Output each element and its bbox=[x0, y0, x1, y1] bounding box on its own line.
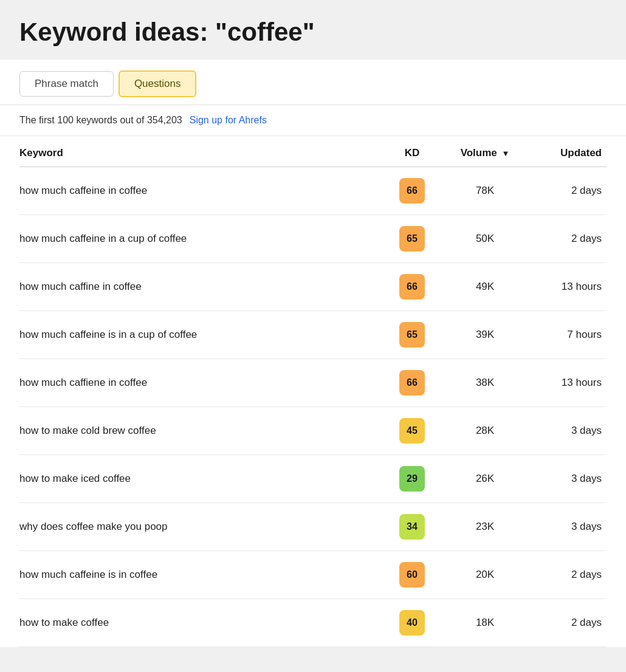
keyword-cell: how much caffeine is in a cup of coffee bbox=[19, 327, 382, 342]
kd-badge: 65 bbox=[399, 226, 425, 252]
page-title: Keyword ideas: "coffee" bbox=[19, 17, 607, 47]
kd-badge: 66 bbox=[399, 178, 425, 204]
kd-badge: 66 bbox=[399, 274, 425, 300]
volume-cell: 78K bbox=[442, 185, 528, 197]
table-row: why does coffee make you poop 34 23K 3 d… bbox=[19, 503, 607, 551]
kd-cell: 65 bbox=[382, 226, 442, 252]
table-header: Keyword KD Volume ▼ Updated bbox=[19, 136, 607, 167]
table-row: how much caffeine is in coffee 60 20K 2 … bbox=[19, 551, 607, 599]
kd-badge: 65 bbox=[399, 322, 425, 348]
keyword-cell: how to make iced coffee bbox=[19, 471, 382, 486]
updated-cell: 3 days bbox=[528, 521, 607, 533]
col-header-kd: KD bbox=[382, 147, 442, 159]
kd-badge: 45 bbox=[399, 418, 425, 444]
volume-cell: 28K bbox=[442, 425, 528, 437]
updated-cell: 3 days bbox=[528, 473, 607, 485]
signup-link[interactable]: Sign up for Ahrefs bbox=[190, 115, 267, 126]
sort-arrow-icon: ▼ bbox=[502, 149, 510, 158]
table-row: how to make cold brew coffee 45 28K 3 da… bbox=[19, 407, 607, 455]
table-row: how much caffeine in coffee 66 78K 2 day… bbox=[19, 167, 607, 215]
updated-cell: 3 days bbox=[528, 425, 607, 437]
table-row: how to make coffee 40 18K 2 days bbox=[19, 599, 607, 647]
kd-cell: 40 bbox=[382, 610, 442, 636]
kd-cell: 66 bbox=[382, 370, 442, 396]
keyword-cell: why does coffee make you poop bbox=[19, 519, 382, 534]
volume-cell: 49K bbox=[442, 281, 528, 293]
table-row: how to make iced coffee 29 26K 3 days bbox=[19, 455, 607, 503]
kd-badge: 29 bbox=[399, 466, 425, 492]
keyword-cell: how much caffine in coffee bbox=[19, 279, 382, 294]
keyword-cell: how much caffiene in coffee bbox=[19, 375, 382, 390]
volume-cell: 39K bbox=[442, 329, 528, 341]
volume-cell: 50K bbox=[442, 233, 528, 245]
keyword-cell: how to make coffee bbox=[19, 615, 382, 630]
table-row: how much caffiene in coffee 66 38K 13 ho… bbox=[19, 359, 607, 407]
updated-cell: 2 days bbox=[528, 569, 607, 581]
updated-cell: 2 days bbox=[528, 617, 607, 629]
table-rows-container: how much caffeine in coffee 66 78K 2 day… bbox=[19, 167, 607, 647]
col-header-updated: Updated bbox=[528, 147, 607, 159]
tabs-row: Phrase match Questions bbox=[0, 60, 626, 105]
kd-badge: 40 bbox=[399, 610, 425, 636]
keywords-table: Keyword KD Volume ▼ Updated how much caf… bbox=[0, 136, 626, 647]
info-row: The first 100 keywords out of 354,203 Si… bbox=[0, 105, 626, 136]
kd-badge: 34 bbox=[399, 514, 425, 540]
volume-cell: 26K bbox=[442, 473, 528, 485]
kd-cell: 66 bbox=[382, 178, 442, 204]
keyword-cell: how to make cold brew coffee bbox=[19, 423, 382, 438]
keyword-cell: how much caffeine in a cup of coffee bbox=[19, 231, 382, 246]
volume-cell: 20K bbox=[442, 569, 528, 581]
volume-cell: 18K bbox=[442, 617, 528, 629]
kd-cell: 34 bbox=[382, 514, 442, 540]
kd-cell: 65 bbox=[382, 322, 442, 348]
kd-cell: 29 bbox=[382, 466, 442, 492]
updated-cell: 13 hours bbox=[528, 281, 607, 293]
table-row: how much caffeine in a cup of coffee 65 … bbox=[19, 215, 607, 263]
keyword-cell: how much caffeine is in coffee bbox=[19, 567, 382, 582]
updated-cell: 2 days bbox=[528, 185, 607, 197]
kd-cell: 60 bbox=[382, 562, 442, 588]
kd-cell: 66 bbox=[382, 274, 442, 300]
keywords-count-text: The first 100 keywords out of 354,203 bbox=[19, 115, 182, 126]
updated-cell: 7 hours bbox=[528, 329, 607, 341]
col-header-volume[interactable]: Volume ▼ bbox=[442, 147, 528, 159]
kd-badge: 66 bbox=[399, 370, 425, 396]
col-header-keyword: Keyword bbox=[19, 147, 382, 159]
volume-cell: 38K bbox=[442, 377, 528, 389]
table-row: how much caffeine is in a cup of coffee … bbox=[19, 311, 607, 359]
tab-phrase-match[interactable]: Phrase match bbox=[19, 71, 114, 97]
table-row: how much caffine in coffee 66 49K 13 hou… bbox=[19, 263, 607, 311]
volume-cell: 23K bbox=[442, 521, 528, 533]
keyword-cell: how much caffeine in coffee bbox=[19, 183, 382, 198]
updated-cell: 13 hours bbox=[528, 377, 607, 389]
tab-questions[interactable]: Questions bbox=[119, 70, 197, 97]
updated-cell: 2 days bbox=[528, 233, 607, 245]
kd-cell: 45 bbox=[382, 418, 442, 444]
kd-badge: 60 bbox=[399, 562, 425, 588]
